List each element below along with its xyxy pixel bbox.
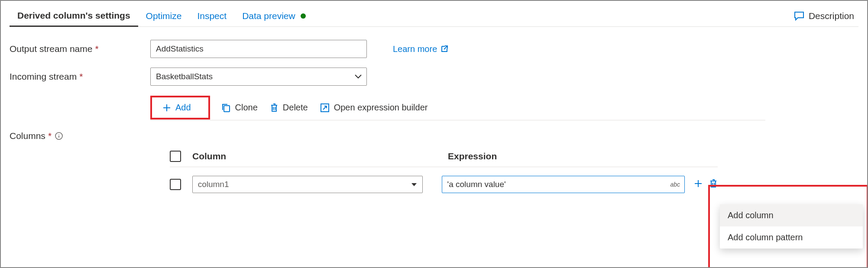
row-output-stream: Output stream name* AddStatistics Learn …	[10, 40, 858, 58]
open-icon	[320, 103, 330, 113]
menu-add-column[interactable]: Add column	[720, 204, 863, 226]
expression-input[interactable]: 'a column value' abc	[442, 176, 685, 193]
tab-inspect[interactable]: Inspect	[189, 5, 234, 27]
row-checkbox[interactable]	[170, 179, 181, 190]
tab-optimize[interactable]: Optimize	[138, 5, 190, 27]
comment-icon	[794, 11, 804, 21]
status-dot-icon	[301, 13, 306, 19]
row-actions	[693, 179, 718, 191]
incoming-stream-select[interactable]: BasketballStats	[150, 68, 367, 86]
clone-button[interactable]: Clone	[215, 100, 264, 115]
delete-row-button[interactable]	[709, 179, 718, 191]
tabs-bar: Derived column's settings Optimize Inspe…	[10, 5, 858, 27]
grid-header: Column Expression	[170, 145, 718, 167]
add-button-highlight: Add	[150, 96, 210, 119]
trash-icon	[709, 179, 718, 188]
open-expression-builder-button[interactable]: Open expression builder	[314, 100, 434, 115]
add-row-button[interactable]	[693, 179, 703, 191]
external-link-icon	[440, 45, 448, 53]
select-all-checkbox[interactable]	[170, 151, 181, 162]
learn-more-link[interactable]: Learn more	[393, 44, 448, 54]
delete-button[interactable]: Delete	[264, 100, 314, 115]
clone-icon	[221, 103, 231, 113]
type-hint: abc	[670, 181, 680, 188]
plus-icon	[162, 103, 171, 112]
row-incoming-stream: Incoming stream* BasketballStats	[10, 68, 858, 86]
dropdown-icon	[411, 180, 417, 189]
output-stream-input[interactable]: AddStatistics	[150, 40, 367, 58]
row-columns: Columns*	[10, 126, 858, 141]
settings-form: Output stream name* AddStatistics Learn …	[10, 27, 858, 197]
plus-icon	[693, 179, 703, 188]
label-output-stream: Output stream name*	[10, 44, 150, 54]
columns-grid: Column Expression column1 'a column valu…	[170, 145, 718, 197]
header-column: Column	[192, 151, 448, 161]
columns-toolbar: Add Clone Delete Open expression builder	[150, 95, 765, 120]
label-incoming-stream: Incoming stream*	[10, 71, 150, 82]
tab-data-preview[interactable]: Data preview	[234, 5, 314, 27]
add-context-menu: Add column Add column pattern	[720, 204, 863, 249]
label-columns: Columns*	[10, 131, 150, 141]
table-row: column1 'a column value' abc	[170, 172, 718, 197]
trash-icon	[270, 103, 279, 113]
column-name-select[interactable]: column1	[192, 176, 423, 193]
info-icon[interactable]	[55, 132, 63, 140]
menu-add-column-pattern[interactable]: Add column pattern	[720, 226, 863, 249]
chevron-down-icon	[354, 72, 362, 81]
description-button[interactable]: Description	[794, 11, 858, 21]
svg-rect-0	[224, 106, 230, 112]
tab-derived-settings[interactable]: Derived column's settings	[10, 5, 138, 27]
header-expression: Expression	[448, 151, 497, 161]
add-button[interactable]: Add	[156, 100, 197, 115]
